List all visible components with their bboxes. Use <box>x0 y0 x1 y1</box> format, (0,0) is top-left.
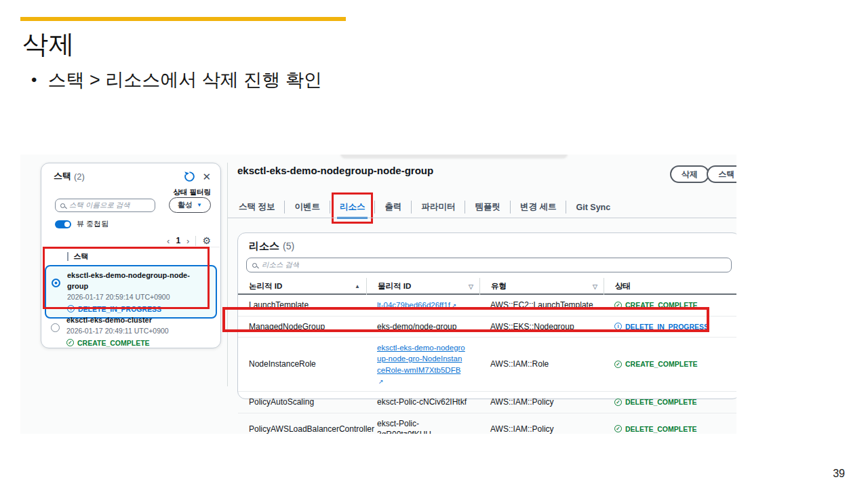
physical-id-link[interactable]: lt-04c79bed66d26ff1f <box>377 301 450 309</box>
status-cell: ✓DELETE_COMPLETE <box>604 420 736 434</box>
header-bar <box>67 252 68 261</box>
column-status[interactable]: 상태 <box>604 278 736 295</box>
success-icon: ✓ <box>614 361 622 368</box>
resources-count: (5) <box>283 241 294 251</box>
divider <box>195 236 196 246</box>
tab-stack-info[interactable]: 스택 정보 <box>229 197 284 218</box>
status-filter-dropdown[interactable]: 활성 ▼ <box>169 197 211 213</box>
delete-button[interactable]: 삭제 <box>670 165 709 183</box>
stack-name[interactable]: eksctl-eks-demo-cluster <box>66 315 169 326</box>
tab-bar: 스택 정보 이벤트 리소스 출력 파라미터 템플릿 변경 세트 Git Sync <box>229 197 620 218</box>
logical-id-cell: LaunchTemplate <box>238 295 366 315</box>
physical-id-cell: eks-demo/node-group <box>366 317 479 337</box>
external-link-icon: ↗ <box>452 302 457 309</box>
physical-id-cell: eksct-Polic-cNCiv62IHtkf <box>366 392 479 412</box>
physical-id-cell: eksctl-eks-demo-nodegroup-node-gro-NodeI… <box>366 338 472 392</box>
type-cell: AWS::IAM::Policy <box>479 392 604 412</box>
status-cell: iDELETE_IN_PROGRESS <box>604 317 736 336</box>
divider <box>228 218 736 218</box>
divider <box>42 247 220 247</box>
slide-bullet-text: 스택 > 리소스에서 삭제 진행 확인 <box>47 68 321 92</box>
stack-actions-button[interactable]: 스택 작업 <box>707 165 736 183</box>
tab-resources[interactable]: 리소스 <box>330 197 375 218</box>
status-cell: ✓DELETE_COMPLETE <box>604 392 736 411</box>
stack-list-header: 스택 <box>67 251 89 262</box>
tab-outputs[interactable]: 출력 <box>375 197 411 218</box>
column-logical-id[interactable]: 논리적 ID▲ <box>238 278 366 295</box>
table-body: LaunchTemplate lt-04c79bed66d26ff1f↗ AWS… <box>238 295 736 434</box>
pagination: ‹ 1 › ⚙ <box>167 235 211 246</box>
refresh-icon[interactable] <box>184 171 195 182</box>
panel-splitter[interactable] <box>227 163 228 386</box>
success-icon: ✓ <box>614 399 622 406</box>
type-cell: AWS::IAM::Policy <box>479 419 604 434</box>
radio-icon[interactable] <box>51 323 60 332</box>
sort-asc-icon[interactable]: ▲ <box>355 283 360 289</box>
page-number: 39 <box>833 468 845 480</box>
current-page[interactable]: 1 <box>176 236 180 245</box>
stacks-panel-title: 스택 <box>54 170 71 182</box>
external-link-icon: ↗ <box>378 378 384 385</box>
slide-title: 삭제 <box>22 27 75 62</box>
tab-template[interactable]: 템플릿 <box>465 197 510 218</box>
stack-list-item-selected[interactable]: eksctl-eks-demo-nodegroup-node-group 202… <box>45 265 217 319</box>
stack-search-input[interactable]: 스택 이름으로 검색 <box>55 199 155 212</box>
table-row[interactable]: LaunchTemplate lt-04c79bed66d26ff1f↗ AWS… <box>238 295 736 317</box>
stacks-panel-header: 스택 (2) ✕ <box>54 170 211 182</box>
in-progress-icon: i <box>614 323 622 330</box>
console-screenshot: 스택 (2) ✕ 상태 필터링 스택 이름으로 검색 활성 ▼ <box>20 155 736 434</box>
status-cell: ✓CREATE_COMPLETE <box>604 296 736 314</box>
next-page-icon[interactable]: › <box>186 236 189 246</box>
success-icon: ✓ <box>66 339 74 346</box>
resources-card: 리소스 (5) 리소스 검색 논리적 ID▲ 물리적 ID▽ 유형▽ 상태 La… <box>237 232 736 399</box>
logical-id-cell: ManagedNodeGroup <box>238 317 366 337</box>
tab-change-sets[interactable]: 변경 세트 <box>511 197 566 218</box>
stack-list-header-label: 스택 <box>74 251 89 262</box>
logical-id-cell: NodeInstanceRole <box>238 354 366 374</box>
nested-view-toggle-row: 뷰 중첩됨 <box>55 219 108 229</box>
tab-parameters[interactable]: 파라미터 <box>412 197 465 218</box>
radio-selected-icon[interactable] <box>52 279 60 287</box>
table-row[interactable]: NodeInstanceRole eksctl-eks-demo-nodegro… <box>238 338 736 392</box>
close-icon[interactable]: ✕ <box>202 171 211 182</box>
nested-view-label: 뷰 중첩됨 <box>77 219 108 229</box>
stacks-count: (2) <box>74 171 85 182</box>
status-cell: ✓CREATE_COMPLETE <box>604 354 736 373</box>
filter-icon[interactable]: ▽ <box>469 283 473 290</box>
tab-events[interactable]: 이벤트 <box>285 197 330 218</box>
type-cell: AWS::IAM::Role <box>479 354 604 374</box>
slide-bullet: 스택 > 리소스에서 삭제 진행 확인 <box>31 68 322 92</box>
chevron-down-icon: ▼ <box>197 202 202 208</box>
table-row[interactable]: PolicyAWSLoadBalancerController eksct-Po… <box>238 413 736 434</box>
filter-icon[interactable]: ▽ <box>593 283 597 290</box>
table-row[interactable]: PolicyAutoScaling eksct-Polic-cNCiv62IHt… <box>238 392 736 413</box>
tab-git-sync[interactable]: Git Sync <box>566 197 620 218</box>
resources-header: 리소스 (5) <box>249 240 294 253</box>
resource-search-input[interactable]: 리소스 검색 <box>246 258 732 272</box>
stack-status: ✓ CREATE_COMPLETE <box>66 339 169 347</box>
table-row-highlighted[interactable]: ManagedNodeGroup eks-demo/node-group AWS… <box>238 317 736 338</box>
stack-name[interactable]: eksctl-eks-demo-nodegroup-node-group <box>67 270 210 292</box>
status-filter-label: 상태 필터링 <box>174 188 211 197</box>
type-cell: AWS::EC2::LaunchTemplate <box>479 295 604 315</box>
stack-timestamp: 2026-01-17 20:49:11 UTC+0900 <box>66 326 169 337</box>
resource-search-placeholder: 리소스 검색 <box>262 260 299 270</box>
prev-page-icon[interactable]: ‹ <box>167 236 170 246</box>
stack-detail-title: eksctl-eks-demo-nodegroup-node-group <box>237 165 433 176</box>
logical-id-cell: PolicyAWSLoadBalancerController <box>238 419 366 434</box>
column-type[interactable]: 유형▽ <box>479 278 604 295</box>
success-icon: ✓ <box>614 302 622 309</box>
table-header: 논리적 ID▲ 물리적 ID▽ 유형▽ 상태 <box>238 278 736 295</box>
popover-shadow <box>340 155 568 159</box>
logical-id-cell: PolicyAutoScaling <box>238 392 366 412</box>
stacks-panel: 스택 (2) ✕ 상태 필터링 스택 이름으로 검색 활성 ▼ <box>41 163 221 348</box>
gear-icon[interactable]: ⚙ <box>202 235 211 246</box>
column-physical-id[interactable]: 물리적 ID▽ <box>366 278 479 295</box>
physical-id-link[interactable]: eksctl-eks-demo-nodegroup-node-gro-NodeI… <box>377 344 465 374</box>
physical-id-cell: lt-04c79bed66d26ff1f↗ <box>366 295 479 316</box>
stack-search-placeholder: 스택 이름으로 검색 <box>69 201 130 210</box>
stack-list-item[interactable]: eksctl-eks-demo-cluster 2026-01-17 20:49… <box>45 311 216 351</box>
nested-view-toggle[interactable] <box>55 220 71 228</box>
search-icon <box>60 203 65 208</box>
physical-id-cell: eksct-Polic-3gR00tz0fKHH <box>366 413 479 434</box>
